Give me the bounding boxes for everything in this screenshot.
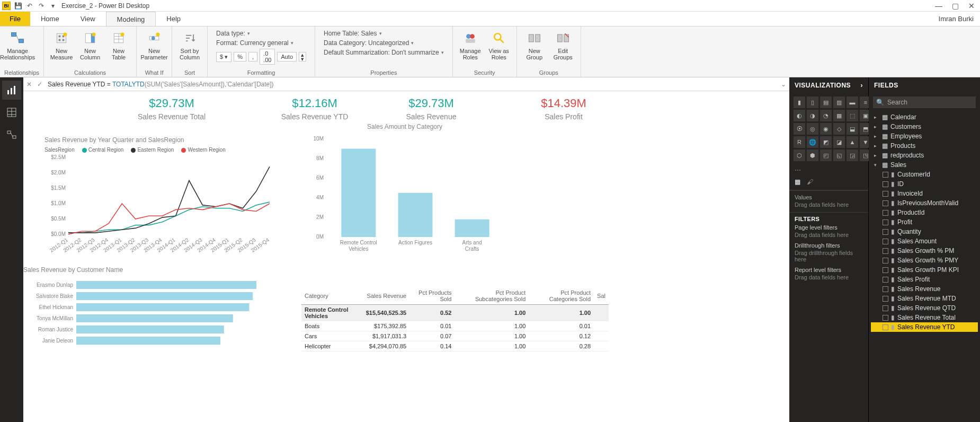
data-category-dropdown[interactable]: Data Category: Uncategorized xyxy=(324,39,444,47)
viz-type-icon[interactable]: ⬓ xyxy=(847,123,858,135)
viz-type-icon[interactable]: ▲ xyxy=(847,136,858,148)
data-view-button[interactable] xyxy=(2,103,21,122)
fields-header[interactable]: FIELDS xyxy=(869,77,980,93)
viz-type-icon[interactable]: ▬ xyxy=(847,96,858,108)
summarization-dropdown[interactable]: Default Summarization: Don't summarize xyxy=(324,49,444,56)
field-item[interactable]: ▮Sales Revenue Total xyxy=(871,313,978,322)
chevron-right-icon[interactable]: › xyxy=(861,82,863,89)
qat-dropdown-icon[interactable]: ▾ xyxy=(49,2,57,10)
category-table[interactable]: CategorySales RevenuePct Products SoldPc… xyxy=(301,287,609,351)
viz-type-icon[interactable]: ◐ xyxy=(794,110,805,121)
home-table-dropdown[interactable]: Home Table: Sales xyxy=(324,30,444,37)
table-header[interactable]: Pct Products Sold xyxy=(409,287,455,305)
fields-well-icon[interactable]: ▦ xyxy=(795,178,800,186)
decimals-input[interactable]: Auto xyxy=(277,52,297,61)
model-view-button[interactable] xyxy=(2,125,21,144)
field-item[interactable]: ▮InvoiceId xyxy=(871,189,978,198)
report-canvas[interactable]: $29.73M Sales Revenue Total $12.16M Sale… xyxy=(23,91,789,422)
new-parameter-button[interactable]: New Parameter xyxy=(141,29,167,69)
formula-text[interactable]: Sales Revenue YTD = TOTALYTD(SUM('Sales'… xyxy=(48,81,274,88)
viz-type-icon[interactable]: ▮ xyxy=(794,96,805,108)
new-measure-button[interactable]: New Measure xyxy=(48,29,75,69)
table-header[interactable]: Category xyxy=(301,287,363,305)
field-item[interactable]: ▮Sales Growth % PM xyxy=(871,246,978,256)
formula-cancel-icon[interactable]: ✕ xyxy=(26,81,32,88)
viz-type-icon[interactable]: ◰ xyxy=(820,150,832,161)
formula-commit-icon[interactable]: ✓ xyxy=(37,81,42,88)
table-row[interactable]: Boats$175,392.850.011.000.01 xyxy=(301,321,609,331)
viz-type-icon[interactable]: ◲ xyxy=(847,150,858,161)
viz-type-icon[interactable]: 🌐 xyxy=(807,136,818,148)
viz-type-icon[interactable]: ▦ xyxy=(833,110,845,121)
viz-type-icon[interactable]: ⬚ xyxy=(847,110,858,121)
viz-type-icon[interactable]: ▥ xyxy=(833,96,845,108)
field-table[interactable]: ▸▦Customers xyxy=(871,122,978,131)
viz-type-icon[interactable]: ⬡ xyxy=(794,150,805,161)
kpi-sales-revenue-total[interactable]: $29.73M Sales Revenue Total xyxy=(103,96,240,121)
comma-button[interactable]: , xyxy=(248,52,257,61)
viz-type-icon[interactable]: ◑ xyxy=(807,110,818,121)
field-item[interactable]: ▮Sales Revenue xyxy=(871,284,978,294)
viz-type-icon[interactable]: ⦿ xyxy=(794,123,805,135)
manage-roles-button[interactable]: Manage Roles xyxy=(457,29,484,69)
viz-type-icon[interactable]: ▯ xyxy=(807,96,818,108)
tab-home[interactable]: Home xyxy=(30,12,70,26)
edit-groups-button[interactable]: Edit Groups xyxy=(550,29,576,69)
new-column-button[interactable]: New Column xyxy=(77,29,103,69)
viz-type-icon[interactable]: ◪ xyxy=(833,136,845,148)
hbar-chart-sales-by-customer[interactable]: Sales Revenue by Customer Name Erasmo Du… xyxy=(23,266,278,356)
field-item[interactable]: ▮Sales Revenue YTD xyxy=(871,322,978,332)
field-item[interactable]: ▮Sales Revenue MTD xyxy=(871,294,978,303)
formula-bar[interactable]: ✕ ✓ Sales Revenue YTD = TOTALYTD(SUM('Sa… xyxy=(23,77,789,91)
field-table[interactable]: ▸▦Employees xyxy=(871,131,978,141)
field-item[interactable]: ▮Sales Growth % PMY xyxy=(871,256,978,265)
percent-button[interactable]: % xyxy=(234,52,246,61)
viz-type-icon[interactable]: ◇ xyxy=(833,123,845,135)
table-header[interactable]: Sales Revenue xyxy=(363,287,409,305)
viz-type-icon[interactable]: ▤ xyxy=(820,96,832,108)
field-item[interactable]: ▮ProductId xyxy=(871,208,978,217)
view-as-roles-button[interactable]: View as Roles xyxy=(486,29,512,69)
viz-type-icon[interactable]: ⬢ xyxy=(807,150,818,161)
viz-type-icon[interactable]: ◎ xyxy=(807,123,818,135)
report-view-button[interactable] xyxy=(2,81,21,100)
field-table[interactable]: ▸▦Calendar xyxy=(871,112,978,122)
field-item[interactable]: ▮Sales Amount xyxy=(871,236,978,246)
undo-icon[interactable]: ↶ xyxy=(25,2,34,10)
table-header[interactable]: Pct Product Subcategories Sold xyxy=(455,287,529,305)
data-type-dropdown[interactable]: Data type: xyxy=(216,30,306,37)
currency-button[interactable]: $ ▾ xyxy=(216,52,231,62)
tab-modeling[interactable]: Modeling xyxy=(106,12,156,26)
field-item[interactable]: ▮Sales Growth PM KPI xyxy=(871,265,978,275)
line-chart-sales-by-quarter[interactable]: Sales Revenue by Year Quarter and SalesR… xyxy=(44,136,283,258)
visualizations-header[interactable]: VISUALIZATIONS › xyxy=(789,77,868,93)
field-table-open[interactable]: ▾▦Sales xyxy=(871,160,978,170)
redo-icon[interactable]: ↷ xyxy=(37,2,46,10)
field-item[interactable]: ▮Profit xyxy=(871,217,978,227)
field-item[interactable]: ▮CustomerId xyxy=(871,170,978,179)
format-well-icon[interactable]: 🖌 xyxy=(807,178,813,186)
field-table[interactable]: ▸▦Products xyxy=(871,141,978,151)
viz-type-icon[interactable]: ◱ xyxy=(833,150,845,161)
viz-more-icon[interactable]: ⋯ xyxy=(789,164,868,176)
user-name[interactable]: Imran Burki xyxy=(932,12,980,26)
viz-type-icon[interactable]: ◩ xyxy=(820,136,832,148)
new-table-button[interactable]: New Table xyxy=(105,29,132,69)
bar-chart-sales-by-category[interactable]: Sales Amount by Category 0M2M4M6M8M10MVe… xyxy=(299,123,511,256)
kpi-sales-profit[interactable]: $14.39M Sales Profit xyxy=(511,96,617,121)
minimize-button[interactable]: — xyxy=(935,2,942,10)
field-item[interactable]: ▮Quantity xyxy=(871,227,978,236)
decimals-stepper[interactable]: ▴▾ xyxy=(299,52,306,61)
sort-by-column-button[interactable]: Sort by Column xyxy=(176,29,203,69)
field-item[interactable]: ▮Sales Revenue QTD xyxy=(871,303,978,313)
field-table[interactable]: ▸▦redproducts xyxy=(871,151,978,160)
save-icon[interactable]: 💾 xyxy=(14,2,22,10)
values-well[interactable]: Values Drag data fields here xyxy=(789,190,868,212)
new-group-button[interactable]: New Group xyxy=(521,29,548,69)
field-item[interactable]: ▮Sales Profit xyxy=(871,275,978,284)
format-dropdown[interactable]: Format: Currency general xyxy=(216,39,306,47)
viz-type-icon[interactable]: ◉ xyxy=(820,123,832,135)
viz-type-icon[interactable]: ◔ xyxy=(820,110,832,121)
file-tab[interactable]: File xyxy=(0,12,30,26)
kpi-sales-revenue[interactable]: $29.73M Sales Revenue xyxy=(378,96,484,121)
